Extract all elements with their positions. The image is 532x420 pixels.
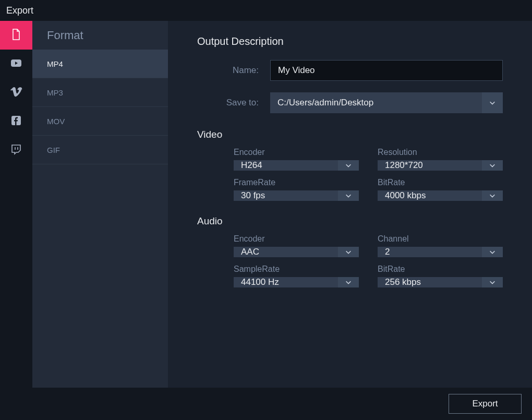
export-button[interactable]: Export [449,394,522,414]
audio-channel-field: Channel 2 [378,234,503,257]
audio-encoder-dropdown[interactable]: AAC [234,247,359,257]
chevron-down-icon [338,277,359,287]
video-grid: Encoder H264 Resolution 1280*720 [197,148,503,201]
chevron-down-icon [338,190,359,201]
audio-bitrate-label: BitRate [378,265,503,274]
titlebar: Export [0,0,532,21]
saveto-value: C:/Users/admin/Desktop [270,92,482,113]
audio-channel-dropdown[interactable]: 2 [378,247,503,257]
video-framerate-dropdown[interactable]: 30 fps [234,190,359,201]
close-button[interactable] [516,6,526,15]
video-framerate-field: FrameRate 30 fps [234,178,359,201]
video-encoder-dropdown[interactable]: H264 [234,160,359,171]
audio-bitrate-dropdown[interactable]: 256 kbps [378,277,503,287]
saveto-dropdown[interactable]: C:/Users/admin/Desktop [270,92,503,113]
format-item-label: MP4 [47,59,63,68]
format-header: Format [32,21,168,50]
chevron-down-icon [338,160,359,171]
video-resolution-field: Resolution 1280*720 [378,148,503,171]
chevron-down-icon [482,92,503,113]
sidebar-item-facebook[interactable] [0,107,32,136]
file-icon [10,28,22,43]
format-item-gif[interactable]: GIF [32,136,168,164]
sidebar [0,21,32,388]
content-panel: Output Description Name: Save to: C:/Use… [168,21,532,388]
sidebar-item-vimeo[interactable] [0,78,32,107]
chevron-down-icon [482,190,503,201]
sidebar-item-twitch[interactable] [0,136,32,164]
video-bitrate-field: BitRate 4000 kbps [378,178,503,201]
audio-bitrate-value: 256 kbps [378,277,482,287]
format-item-mov[interactable]: MOV [32,107,168,136]
youtube-icon [10,57,22,71]
format-item-label: MP3 [47,88,63,97]
audio-bitrate-field: BitRate 256 kbps [378,265,503,287]
chevron-down-icon [482,247,503,257]
audio-encoder-label: Encoder [234,234,359,244]
video-resolution-label: Resolution [378,148,503,157]
main-area: Format MP4 MP3 MOV GIF Output Descriptio… [0,21,532,388]
video-framerate-value: 30 fps [234,190,338,201]
video-bitrate-value: 4000 kbps [378,190,482,201]
video-framerate-label: FrameRate [234,178,359,187]
format-item-label: GIF [47,146,60,154]
sidebar-item-youtube[interactable] [0,50,32,78]
output-section-title: Output Description [197,35,503,47]
vimeo-icon [10,86,22,100]
window-title: Export [6,5,33,16]
saveto-label: Save to: [197,98,270,108]
audio-samplerate-label: SampleRate [234,265,359,274]
format-item-mp3[interactable]: MP3 [32,78,168,107]
video-section-title: Video [197,129,503,140]
name-label: Name: [197,65,270,76]
footer: Export [0,388,532,420]
video-encoder-field: Encoder H264 [234,148,359,171]
export-button-label: Export [472,399,498,409]
video-resolution-dropdown[interactable]: 1280*720 [378,160,503,171]
twitch-icon [10,143,22,158]
format-column: Format MP4 MP3 MOV GIF [32,21,168,388]
facebook-icon [10,114,22,129]
audio-channel-label: Channel [378,234,503,244]
video-bitrate-label: BitRate [378,178,503,187]
name-input[interactable] [270,60,503,81]
format-item-label: MOV [47,117,65,126]
audio-encoder-field: Encoder AAC [234,234,359,257]
audio-section-title: Audio [197,215,503,227]
name-row: Name: [197,60,503,81]
chevron-down-icon [482,160,503,171]
video-resolution-value: 1280*720 [378,160,482,171]
audio-channel-value: 2 [378,247,482,257]
audio-samplerate-field: SampleRate 44100 Hz [234,265,359,287]
chevron-down-icon [482,277,503,287]
format-item-mp4[interactable]: MP4 [32,50,168,78]
audio-grid: Encoder AAC Channel 2 SampleRa [197,234,503,287]
video-encoder-value: H264 [234,160,338,171]
audio-samplerate-dropdown[interactable]: 44100 Hz [234,277,359,287]
audio-samplerate-value: 44100 Hz [234,277,338,287]
chevron-down-icon [338,247,359,257]
audio-encoder-value: AAC [234,247,338,257]
video-bitrate-dropdown[interactable]: 4000 kbps [378,190,503,201]
video-encoder-label: Encoder [234,148,359,157]
saveto-row: Save to: C:/Users/admin/Desktop [197,92,503,113]
sidebar-item-file[interactable] [0,21,32,50]
